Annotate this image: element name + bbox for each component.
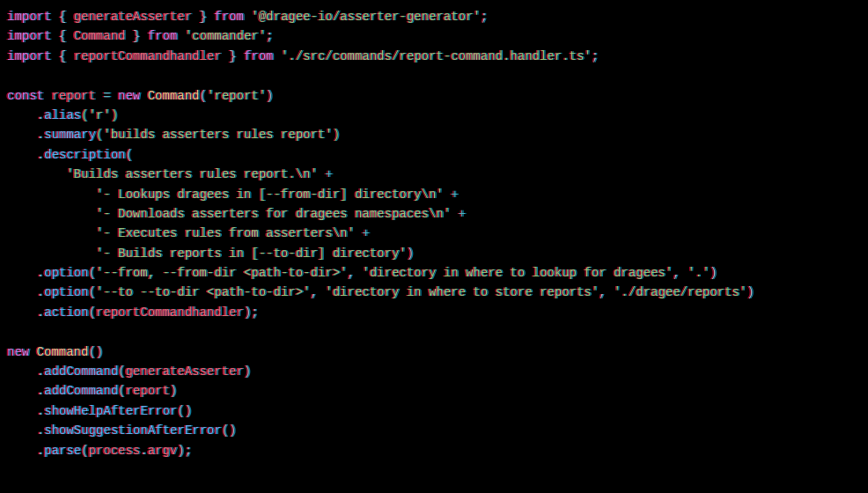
code-line: '- Builds reports in [--to-dir] director…	[7, 244, 861, 263]
code-line: .option('--from, --from-dir <path-to-dir…	[7, 263, 861, 283]
code-line: 'Builds asserters rules report.\n' +	[7, 165, 861, 184]
code-line: .showHelpAfterError()	[7, 401, 861, 421]
code-line: .option('--to --to-dir <path-to-dir>', '…	[7, 283, 861, 302]
code-editor[interactable]: import { generateAsserter } from '@drage…	[7, 7, 861, 460]
code-line: .parse(process.argv);	[7, 441, 861, 460]
blank-line	[7, 322, 861, 342]
code-line: .action(reportCommandhandler);	[7, 303, 861, 322]
code-line: '- Lookups dragees in [--from-dir] direc…	[7, 185, 861, 204]
code-line: const report = new Command('report')	[7, 86, 861, 106]
code-line: .addCommand(generateAsserter)	[7, 362, 861, 381]
blank-line	[7, 66, 861, 85]
code-line: import { Command } from 'commander';	[7, 26, 861, 46]
code-line: .summary('builds asserters rules report'…	[7, 125, 861, 144]
code-line: .description(	[7, 145, 861, 165]
code-line: .addCommand(report)	[7, 381, 861, 401]
code-line: import { generateAsserter } from '@drage…	[7, 7, 861, 26]
code-line: import { reportCommandhandler } from './…	[7, 47, 861, 66]
code-line: .alias('r')	[7, 106, 861, 125]
code-line: '- Executes rules from asserters\n' +	[7, 224, 861, 243]
code-line: '- Downloads asserters for dragees names…	[7, 204, 861, 224]
code-line: new Command()	[7, 342, 861, 362]
code-line: .showSuggestionAfterError()	[7, 421, 861, 440]
